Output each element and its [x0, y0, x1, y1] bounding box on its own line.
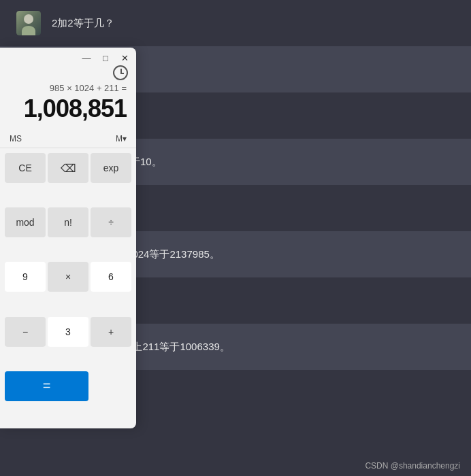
watermark: CSDN @shandianchengzi [365, 461, 460, 471]
add-button[interactable]: + [91, 317, 131, 347]
ce-button[interactable]: CE [5, 153, 46, 183]
calc-result: 1,008,851 [0, 93, 136, 130]
divide-button[interactable]: ÷ [91, 207, 131, 237]
multiply-button[interactable]: × [48, 262, 88, 292]
calc-titlebar: — □ ✕ [0, 48, 136, 63]
memory-recall-button[interactable]: M▾ [113, 133, 129, 145]
mod-button[interactable]: mod [5, 207, 46, 237]
factorial-button[interactable]: n! [48, 207, 88, 237]
minimize-button[interactable]: — [82, 53, 91, 63]
nine-button[interactable]: 9 [5, 262, 46, 292]
calc-memory-row: MS M▾ [0, 130, 136, 148]
equals-button[interactable]: = [5, 371, 88, 401]
calc-buttons-grid: CE ⌫ exp mod n! ÷ 9 × 6 − 3 + = [0, 148, 136, 428]
calculator: — □ ✕ 985 × 1024 + 211 = 1,008,851 MS M▾… [0, 48, 136, 428]
maximize-button[interactable]: □ [101, 53, 110, 63]
history-button-row [0, 63, 136, 80]
six-button[interactable]: 6 [91, 262, 131, 292]
calc-expression: 985 × 1024 + 211 = [0, 80, 136, 93]
chat-message-1: 2加2等于几？ [0, 0, 471, 46]
user-avatar [16, 11, 41, 35]
three-button[interactable]: 3 [48, 317, 88, 347]
subtract-button[interactable]: − [5, 317, 46, 347]
close-button[interactable]: ✕ [120, 53, 129, 63]
exp-button[interactable]: exp [91, 153, 131, 183]
history-icon[interactable] [113, 65, 128, 80]
message-text-1: 2加2等于几？ [52, 11, 114, 31]
backspace-button[interactable]: ⌫ [48, 153, 88, 183]
memory-store-button[interactable]: MS [7, 133, 25, 145]
